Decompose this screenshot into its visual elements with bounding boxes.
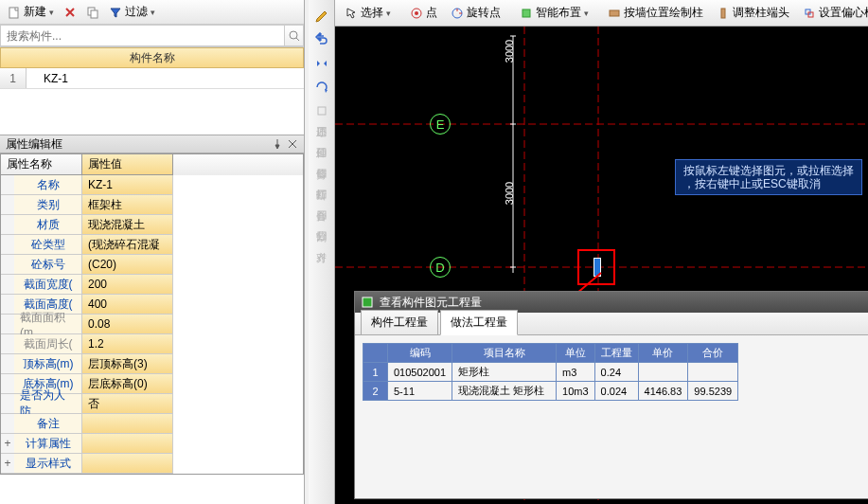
vtool-还原[interactable]: 还原 bbox=[311, 100, 332, 121]
tooltip-line2: ，按右键中止或ESC键取消 bbox=[683, 177, 854, 190]
table-row[interactable]: 25-11现浇混凝土 矩形柱10m30.0244146.8399.5239 bbox=[363, 382, 738, 401]
prop-key: 顶标高(m) bbox=[14, 354, 82, 374]
vtool-分割[interactable]: 分割 bbox=[311, 205, 332, 225]
svg-rect-7 bbox=[318, 170, 326, 177]
svg-rect-14 bbox=[523, 9, 530, 17]
row-num: 1 bbox=[363, 363, 388, 382]
property-grid: 属性名称 属性值 +名称KZ-1+类别框架柱+材质现浇混凝土+砼类型(现浇碎石混… bbox=[0, 153, 304, 475]
dimension-text: 3000 bbox=[504, 182, 515, 205]
prop-value[interactable] bbox=[82, 434, 173, 454]
vtool-brush[interactable] bbox=[311, 6, 332, 27]
select-label: 选择 bbox=[361, 5, 383, 21]
col2-header: 属性值 bbox=[82, 154, 173, 175]
drawbypos-button[interactable]: 按墙位置绘制柱 bbox=[604, 3, 707, 23]
pin-icon[interactable] bbox=[272, 138, 283, 153]
vtool-undo[interactable] bbox=[311, 29, 332, 50]
left-panel: 新建 ▾ 过滤 ▾ 构件名称 1 KZ-1 属性编辑框 属性 bbox=[0, 0, 305, 504]
cell-code: 010502001 bbox=[388, 363, 452, 382]
property-row[interactable]: +截面周长(1.2 bbox=[1, 334, 303, 354]
expand-icon[interactable]: + bbox=[1, 454, 14, 474]
table-row[interactable]: 1010502001矩形柱m30.24 bbox=[363, 363, 738, 382]
ribbon: 选择▾ 点 旋转点 智能布置▾ 按墙位置绘制柱 调整柱端头 设置偏心柱▾ bbox=[335, 0, 868, 27]
prop-value[interactable]: 400 bbox=[82, 295, 173, 315]
component-row[interactable]: 1 KZ-1 bbox=[0, 68, 304, 89]
expand-icon[interactable]: + bbox=[1, 434, 14, 454]
vtool-打断[interactable]: 打断 bbox=[311, 163, 332, 184]
offset-icon bbox=[803, 7, 816, 20]
point-icon bbox=[410, 7, 423, 20]
prop-key: 砼类型 bbox=[14, 235, 82, 255]
vtool-rotate[interactable] bbox=[311, 77, 332, 98]
property-row[interactable]: +名称KZ-1 bbox=[1, 175, 303, 195]
vtool-对齐[interactable]: 对齐 bbox=[311, 225, 332, 246]
col-header-code: 编码 bbox=[388, 344, 452, 363]
select-button[interactable]: 选择▾ bbox=[341, 3, 395, 23]
delete-button[interactable] bbox=[60, 4, 80, 21]
property-row[interactable]: +备注 bbox=[1, 414, 303, 434]
vtool-修剪[interactable]: 修剪 bbox=[311, 142, 332, 163]
svg-rect-8 bbox=[318, 190, 326, 198]
copy-button[interactable] bbox=[82, 4, 103, 21]
prop-value[interactable]: 0.08 bbox=[82, 315, 173, 334]
cell-unit: m3 bbox=[557, 363, 595, 382]
vtool-mirror[interactable] bbox=[311, 53, 332, 74]
tab-component-qty[interactable]: 构件工程量 bbox=[361, 310, 438, 334]
column-element[interactable] bbox=[593, 258, 601, 277]
prop-value[interactable]: (C20) bbox=[82, 255, 173, 275]
property-row[interactable]: +计算属性 bbox=[1, 434, 303, 454]
property-row[interactable]: +材质现浇混凝土 bbox=[1, 215, 303, 235]
property-header: 属性名称 属性值 bbox=[1, 154, 303, 175]
prop-value[interactable]: 1.2 bbox=[82, 334, 173, 354]
property-row[interactable]: +是否为人防否 bbox=[1, 394, 303, 414]
smart-button[interactable]: 智能布置▾ bbox=[516, 3, 593, 23]
prop-value[interactable]: KZ-1 bbox=[82, 175, 173, 195]
qty-title-label: 查看构件图元工程量 bbox=[380, 295, 482, 311]
property-row[interactable]: +顶标高(m)层顶标高(3) bbox=[1, 354, 303, 374]
vtool-合并[interactable]: 合并 bbox=[311, 184, 332, 205]
svg-point-12 bbox=[415, 11, 418, 15]
prop-key: 名称 bbox=[14, 175, 82, 195]
cell-code: 5-11 bbox=[388, 382, 452, 401]
point-button[interactable]: 点 bbox=[406, 3, 441, 23]
qty-tabs: 构件工程量 做法工程量 bbox=[355, 313, 868, 335]
col-header-unit: 单位 bbox=[557, 344, 595, 363]
rotpoint-button[interactable]: 旋转点 bbox=[447, 3, 505, 23]
expand-spacer: + bbox=[1, 275, 14, 295]
rotpoint-label: 旋转点 bbox=[467, 5, 501, 21]
new-label: 新建 bbox=[24, 4, 46, 20]
cell-qty: 0.24 bbox=[594, 363, 638, 382]
search-input[interactable] bbox=[0, 25, 285, 46]
component-list-header: 构件名称 bbox=[0, 47, 304, 68]
new-button[interactable]: 新建 ▾ bbox=[4, 2, 58, 22]
expand-spacer: + bbox=[1, 235, 14, 255]
close-icon[interactable] bbox=[287, 138, 298, 153]
prop-value[interactable]: 否 bbox=[82, 394, 173, 414]
property-row[interactable]: +砼类型(现浇碎石混凝 bbox=[1, 235, 303, 255]
prop-value[interactable]: 200 bbox=[82, 275, 173, 295]
property-row[interactable]: +类别框架柱 bbox=[1, 195, 303, 215]
quantity-panel: 查看构件图元工程量 构件工程量 做法工程量 编码 项目名称 单位 工程量 单价 … bbox=[354, 291, 868, 499]
prop-value[interactable] bbox=[82, 454, 173, 474]
prop-value[interactable]: 框架柱 bbox=[82, 195, 173, 215]
property-row[interactable]: +截面宽度(200 bbox=[1, 275, 303, 295]
property-row[interactable]: +截面面积(m0.08 bbox=[1, 315, 303, 334]
prop-value[interactable]: (现浇碎石混凝 bbox=[82, 235, 173, 255]
search-button[interactable] bbox=[285, 25, 304, 46]
property-row[interactable]: +显示样式 bbox=[1, 454, 303, 474]
smart-label: 智能布置 bbox=[536, 5, 581, 21]
search-row bbox=[0, 25, 304, 47]
prop-value[interactable] bbox=[82, 414, 173, 434]
vtool-延伸[interactable]: 延伸 bbox=[311, 121, 332, 142]
tab-method-qty[interactable]: 做法工程量 bbox=[440, 310, 518, 335]
filter-button[interactable]: 过滤 ▾ bbox=[105, 2, 159, 22]
property-panel-title: 属性编辑框 bbox=[0, 135, 304, 153]
prop-value[interactable]: 现浇混凝土 bbox=[82, 215, 173, 235]
hint-tooltip: 按鼠标左键选择图元，或拉框选择 ，按右键中止或ESC键取消 bbox=[675, 159, 862, 195]
adjhead-button[interactable]: 调整柱端头 bbox=[713, 3, 793, 23]
prop-value[interactable]: 层顶标高(3) bbox=[82, 354, 173, 374]
axis-label-e: E bbox=[430, 114, 451, 135]
copy-icon bbox=[86, 6, 99, 19]
offset-button[interactable]: 设置偏心柱▾ bbox=[799, 3, 868, 23]
prop-value[interactable]: 层底标高(0) bbox=[82, 374, 173, 394]
property-row[interactable]: +砼标号(C20) bbox=[1, 255, 303, 275]
